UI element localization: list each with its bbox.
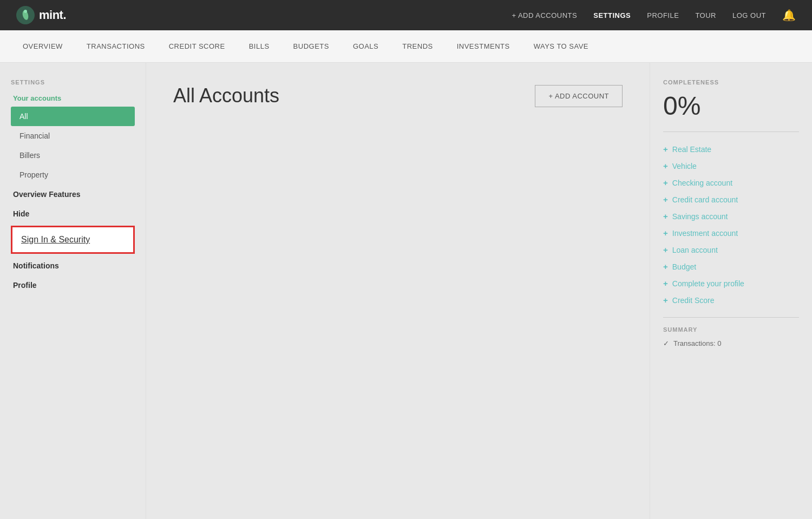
quick-add-budget[interactable]: + Budget [663,258,799,275]
quick-add-credit-card[interactable]: + Credit card account [663,191,799,208]
quick-add-budget-label[interactable]: Budget [672,262,696,271]
main-content: SETTINGS Your accounts All Financial Bil… [0,63,812,519]
add-account-button[interactable]: + ADD ACCOUNT [535,85,623,107]
sidebar-item-profile[interactable]: Profile [11,275,135,295]
sidebar-item-overview-features[interactable]: Overview Features [11,185,135,204]
right-panel: COMPLETENESS 0% + Real Estate + Vehicle … [650,63,812,519]
nav-overview[interactable]: OVERVIEW [22,42,64,50]
sidebar-group-title: Your accounts [11,94,135,102]
top-nav-links: + ADD ACCOUNTS SETTINGS PROFILE TOUR LOG… [512,9,796,22]
plus-icon: + [663,295,668,305]
quick-add-credit-card-label[interactable]: Credit card account [672,195,738,204]
plus-icon: + [663,279,668,288]
logo-area: mint. [16,6,66,24]
accounts-header: All Accounts + ADD ACCOUNT [173,84,623,107]
intuit-logo-icon [16,6,35,24]
quick-add-vehicle-label[interactable]: Vehicle [672,162,697,170]
plus-icon: + [663,228,668,238]
nav-bills[interactable]: BILLS [248,42,271,50]
plus-icon: + [663,195,668,204]
sidebar-item-sign-in-security[interactable]: Sign In & Security [11,226,135,254]
nav-ways-to-save[interactable]: WAYS TO SAVE [533,42,590,50]
notification-bell-icon[interactable]: 🔔 [782,9,796,22]
sidebar-item-all[interactable]: All [11,107,135,126]
quick-add-checking-label[interactable]: Checking account [672,179,732,187]
quick-add-real-estate[interactable]: + Real Estate [663,141,799,157]
settings-link[interactable]: SETTINGS [593,11,631,19]
plus-icon: + [663,161,668,170]
quick-add-complete-profile-label[interactable]: Complete your profile [672,279,744,288]
nav-transactions[interactable]: TRANSACTIONS [86,42,146,50]
quick-add-loan[interactable]: + Loan account [663,241,799,258]
sidebar-item-property[interactable]: Property [11,165,135,185]
divider-1 [663,132,799,132]
quick-add-vehicle[interactable]: + Vehicle [663,157,799,174]
sidebar: SETTINGS Your accounts All Financial Bil… [0,63,146,519]
plus-icon: + [663,212,668,221]
summary-transactions: ✓ Transactions: 0 [663,339,799,347]
nav-trends[interactable]: TRENDS [401,42,434,50]
top-nav: mint. + ADD ACCOUNTS SETTINGS PROFILE TO… [0,0,812,30]
plus-icon: + [663,245,668,254]
profile-link[interactable]: PROFILE [647,11,679,19]
page-title: All Accounts [173,84,279,107]
sidebar-item-financial[interactable]: Financial [11,126,135,146]
sidebar-item-notifications[interactable]: Notifications [11,256,135,275]
sidebar-item-billers[interactable]: Billers [11,146,135,165]
tour-link[interactable]: TOUR [695,11,716,19]
completeness-value: 0% [663,91,799,121]
plus-icon: + [663,262,668,271]
completeness-title: COMPLETENESS [663,79,799,86]
quick-add-complete-profile[interactable]: + Complete your profile [663,275,799,292]
quick-add-investment-label[interactable]: Investment account [672,229,738,238]
checkmark-icon: ✓ [663,339,669,347]
secondary-nav: OVERVIEW TRANSACTIONS CREDIT SCORE BILLS… [0,30,812,63]
summary-title: SUMMARY [663,326,799,333]
quick-add-investment[interactable]: + Investment account [663,225,799,241]
quick-add-real-estate-label[interactable]: Real Estate [672,145,711,154]
nav-investments[interactable]: INVESTMENTS [456,42,511,50]
divider-2 [663,317,799,318]
logout-link[interactable]: LOG OUT [732,11,766,19]
plus-icon: + [663,178,668,187]
quick-add-credit-score[interactable]: + Credit Score [663,292,799,308]
nav-budgets[interactable]: BUDGETS [292,42,330,50]
summary-transactions-label: Transactions: 0 [673,339,721,347]
svg-point-2 [24,10,27,13]
nav-credit-score[interactable]: CREDIT SCORE [168,42,226,50]
plus-icon: + [663,144,668,154]
nav-goals[interactable]: GOALS [352,42,379,50]
add-accounts-link[interactable]: + ADD ACCOUNTS [512,11,577,19]
quick-add-savings[interactable]: + Savings account [663,208,799,225]
quick-add-savings-label[interactable]: Savings account [672,212,728,221]
sidebar-item-hide[interactable]: Hide [11,204,135,224]
quick-add-credit-score-label[interactable]: Credit Score [672,296,715,305]
sidebar-section-title: SETTINGS [11,79,135,86]
quick-add-loan-label[interactable]: Loan account [672,246,718,254]
logo-text: mint. [39,8,66,22]
center-content: All Accounts + ADD ACCOUNT [146,63,650,519]
quick-add-checking[interactable]: + Checking account [663,174,799,191]
